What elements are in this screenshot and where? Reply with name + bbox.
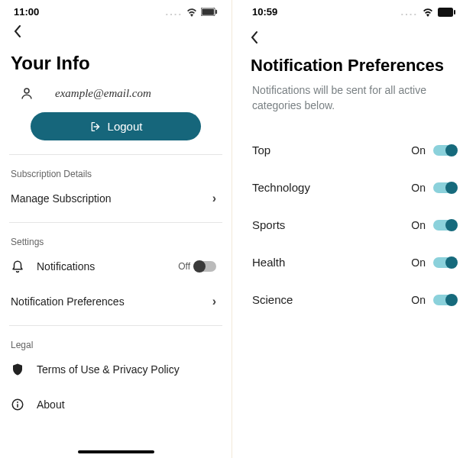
divider [9, 325, 222, 326]
pref-state: On [411, 219, 426, 231]
chevron-right-icon: › [212, 192, 216, 205]
terms-item[interactable]: Terms of Use & Privacy Policy [0, 352, 232, 387]
divider [9, 154, 222, 155]
notification-preferences-item[interactable]: Notification Preferences › [0, 284, 232, 319]
chevron-right-icon: › [212, 295, 216, 308]
pref-state: On [411, 256, 426, 269]
home-indicator[interactable] [78, 450, 154, 453]
notification-preferences-screen: 10:59 .... Notification Preferences Noti… [232, 0, 476, 458]
page-subtitle: Notifications will be sent for all activ… [252, 83, 456, 113]
toggle-thumb [193, 260, 206, 273]
user-icon [20, 86, 34, 100]
pref-item-health: Health On [238, 244, 470, 281]
pref-state: On [411, 144, 426, 156]
pref-label: Technology [252, 181, 310, 194]
pref-toggle[interactable] [433, 182, 456, 193]
notifications-toggle[interactable]: Off [178, 261, 216, 272]
shield-icon [11, 363, 24, 376]
toggle-thumb [445, 256, 458, 269]
status-bar: 11:00 .... [0, 0, 232, 21]
terms-label: Terms of Use & Privacy Policy [37, 363, 180, 376]
battery-icon [201, 8, 218, 16]
pref-state: On [411, 294, 426, 306]
svg-point-3 [24, 89, 29, 93]
notifications-state: Off [178, 261, 190, 272]
toggle-thumb [445, 294, 458, 306]
toggle-thumb [445, 219, 458, 231]
notifications-label: Notifications [37, 260, 95, 273]
battery-icon [438, 8, 456, 17]
svg-rect-6 [17, 404, 18, 408]
user-email: example@email.com [55, 87, 151, 100]
logout-label: Logout [108, 120, 143, 133]
user-row: example@email.com [0, 83, 232, 108]
status-icons: .... [166, 6, 218, 18]
pref-label: Top [252, 144, 270, 156]
pref-toggle[interactable] [433, 295, 456, 305]
divider [9, 222, 222, 223]
pref-state: On [411, 182, 426, 194]
dots-icon: .... [401, 6, 418, 18]
status-time: 10:59 [252, 6, 277, 18]
status-time: 11:00 [14, 6, 39, 18]
status-icons: .... [401, 6, 456, 18]
bell-icon [11, 260, 24, 273]
back-button[interactable] [0, 21, 232, 45]
dots-icon: .... [166, 6, 183, 18]
pref-item-sports: Sports On [238, 206, 470, 244]
back-button[interactable] [238, 21, 470, 51]
about-item[interactable]: About [0, 387, 232, 422]
pref-toggle[interactable] [433, 220, 456, 231]
toggle-thumb [445, 182, 458, 194]
page-title: Notification Preferences [251, 56, 458, 76]
wifi-icon [422, 8, 434, 17]
toggle-thumb [445, 144, 458, 156]
info-icon [11, 398, 24, 411]
notifications-item[interactable]: Notifications Off [0, 249, 232, 284]
manage-subscription-label: Manage Subscription [11, 192, 112, 205]
notification-preferences-label: Notification Preferences [11, 295, 125, 308]
your-info-screen: 11:00 .... Your Info example@email.com L… [0, 0, 232, 458]
subscription-details-label: Subscription Details [11, 169, 221, 179]
toggle-track [195, 261, 216, 272]
legal-label: Legal [11, 340, 221, 350]
about-label: About [37, 398, 65, 411]
logout-button[interactable]: Logout [31, 112, 201, 140]
wifi-icon [186, 8, 198, 17]
svg-rect-1 [202, 8, 214, 15]
svg-rect-8 [454, 10, 455, 15]
svg-rect-2 [215, 10, 217, 15]
svg-rect-7 [438, 8, 453, 17]
svg-point-5 [17, 402, 18, 403]
logout-icon [89, 121, 102, 133]
settings-label: Settings [11, 237, 221, 247]
pref-item-technology: Technology On [238, 169, 470, 206]
pref-label: Science [252, 293, 293, 306]
page-title: Your Info [11, 53, 221, 74]
pref-item-science: Science On [238, 281, 470, 318]
pref-item-top: Top On [238, 131, 470, 169]
pref-label: Health [252, 256, 285, 269]
pref-toggle[interactable] [433, 257, 456, 268]
pref-label: Sports [252, 218, 285, 231]
status-bar: 10:59 .... [238, 0, 470, 21]
manage-subscription-item[interactable]: Manage Subscription › [0, 181, 232, 216]
pref-toggle[interactable] [433, 145, 456, 156]
